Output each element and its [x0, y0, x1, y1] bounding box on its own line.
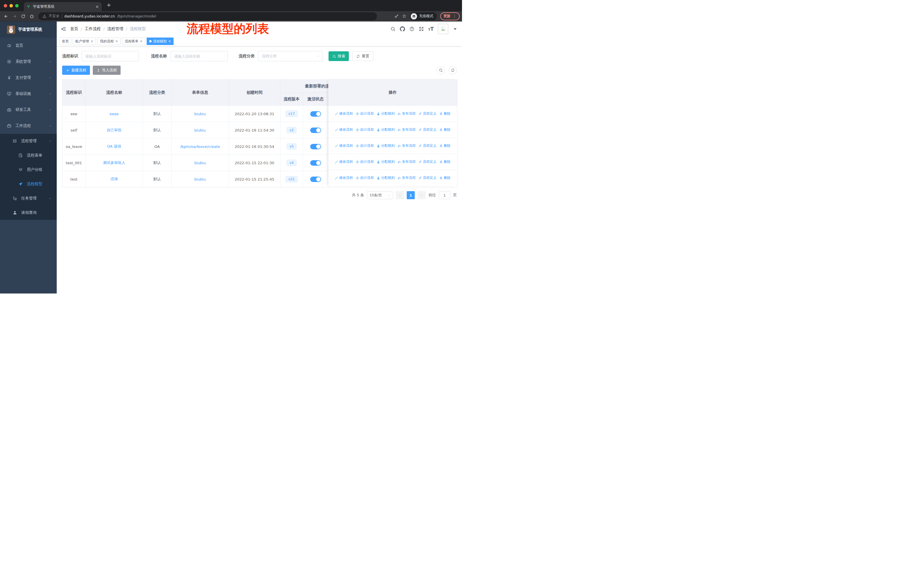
row-action-modify[interactable]: 修改流程: [335, 175, 353, 180]
row-action-design[interactable]: 设计流程: [356, 143, 374, 148]
header-search-icon[interactable]: [390, 26, 396, 31]
avatar[interactable]: [438, 24, 448, 34]
key-icon[interactable]: [394, 14, 399, 18]
tag-home[interactable]: 首页: [59, 38, 71, 45]
import-process-button[interactable]: 导入流程: [93, 66, 120, 75]
row-action-delete[interactable]: 删除: [439, 159, 450, 164]
row-action-modify[interactable]: 修改流程: [335, 159, 353, 164]
row-action-design[interactable]: 设计流程: [356, 159, 374, 164]
row-action-delete[interactable]: 删除: [439, 143, 450, 148]
form-link[interactable]: /bpm/oa/leave/create: [180, 144, 220, 149]
page-size-select[interactable]: 10条/页: [367, 191, 393, 199]
row-action-design[interactable]: 设计流程: [356, 111, 374, 116]
toggle-search-button[interactable]: [437, 66, 445, 74]
back-icon[interactable]: [2, 13, 10, 20]
process-name-link[interactable]: OA 请假: [107, 144, 121, 149]
form-link[interactable]: biubiu: [194, 112, 206, 116]
next-page-button[interactable]: [417, 191, 426, 199]
process-name-link[interactable]: 滔博: [111, 177, 118, 182]
row-action-delete[interactable]: 删除: [439, 127, 450, 132]
row-action-design[interactable]: 设计流程: [356, 175, 374, 180]
active-toggle[interactable]: [310, 111, 321, 117]
sidebar-item-leave-query[interactable]: 请假查询: [0, 205, 57, 220]
reset-button[interactable]: 重置: [352, 51, 373, 61]
breadcrumb-item[interactable]: 工作流程: [85, 26, 101, 31]
avatar-caret-down-icon[interactable]: [452, 26, 458, 31]
sidebar-item-payment[interactable]: 支付管理: [0, 69, 57, 86]
row-action-deploy[interactable]: 发布流程: [398, 127, 416, 132]
row-action-assign[interactable]: 分配规则: [377, 159, 395, 164]
row-action-deploy[interactable]: 发布流程: [398, 159, 416, 164]
row-action-delete[interactable]: 删除: [439, 111, 450, 116]
sidebar-item-user-group[interactable]: 用户分组: [0, 162, 57, 177]
active-toggle[interactable]: [310, 160, 321, 166]
sidebar-item-home[interactable]: 首页: [0, 38, 57, 54]
tag-tenant-mgmt[interactable]: 租户管理 ×: [73, 38, 96, 45]
form-link[interactable]: biubiu: [194, 161, 206, 165]
goto-page-input[interactable]: [439, 191, 450, 199]
row-action-delete[interactable]: 删除: [439, 175, 450, 180]
row-action-deploy[interactable]: 发布流程: [398, 175, 416, 180]
row-action-deploy[interactable]: 发布流程: [398, 143, 416, 148]
row-action-assign[interactable]: 分配规则: [377, 111, 395, 116]
home-icon[interactable]: [28, 13, 36, 20]
process-name-link[interactable]: eeee: [110, 112, 119, 116]
process-key-input[interactable]: [82, 51, 139, 61]
row-action-assign[interactable]: 分配规则: [377, 127, 395, 132]
row-action-deploy[interactable]: 发布流程: [398, 111, 416, 116]
row-action-assign[interactable]: 分配规则: [377, 175, 395, 180]
window-zoom-button[interactable]: [15, 4, 19, 7]
forward-icon[interactable]: [11, 13, 18, 20]
row-action-definition[interactable]: 流程定义: [419, 159, 437, 164]
form-link[interactable]: biubiu: [194, 177, 206, 182]
window-close-button[interactable]: [4, 4, 7, 7]
breadcrumb-item[interactable]: 流程管理: [107, 26, 123, 31]
row-action-design[interactable]: 设计流程: [356, 127, 374, 132]
chrome-update-button[interactable]: 更新: [440, 12, 460, 20]
sidebar-item-process-model[interactable]: 流程模型: [0, 177, 57, 191]
sidebar-item-infra[interactable]: 基础设施: [0, 86, 57, 102]
prev-page-button[interactable]: [396, 191, 404, 199]
tag-close-icon[interactable]: ×: [168, 40, 171, 43]
row-action-assign[interactable]: 分配规则: [377, 143, 395, 148]
address-bar[interactable]: 不安全 dashboard.yudao.iocoder.cn/bpm/manag…: [38, 12, 377, 20]
active-toggle[interactable]: [310, 144, 321, 149]
tag-close-icon[interactable]: ×: [140, 40, 143, 43]
font-size-icon[interactable]: TT: [428, 26, 434, 32]
sidebar-item-process-form[interactable]: 流程表单: [0, 148, 57, 162]
process-category-select[interactable]: 流程分类: [258, 51, 323, 61]
help-icon[interactable]: [409, 26, 414, 31]
reload-icon[interactable]: [20, 13, 27, 20]
tag-process-model[interactable]: 流程模型 ×: [147, 38, 173, 45]
row-action-modify[interactable]: 修改流程: [335, 143, 353, 148]
tag-close-icon[interactable]: ×: [91, 40, 93, 43]
active-toggle[interactable]: [310, 177, 321, 182]
current-page-button[interactable]: 1: [407, 191, 415, 199]
breadcrumb-item[interactable]: 首页: [70, 26, 78, 31]
sidebar-item-process-mgmt[interactable]: 流程管理: [0, 134, 57, 148]
sidebar-item-devtools[interactable]: 研发工具: [0, 102, 57, 118]
tag-close-icon[interactable]: ×: [115, 40, 118, 43]
sidebar-item-system[interactable]: 系统管理: [0, 54, 57, 69]
tag-my-process[interactable]: 我的流程 ×: [97, 38, 120, 45]
process-name-link[interactable]: 测试多审批人: [103, 160, 125, 165]
row-action-definition[interactable]: 流程定义: [419, 175, 437, 180]
create-process-button[interactable]: 新建流程: [62, 66, 90, 75]
sidebar-item-workflow[interactable]: 工作流程: [0, 118, 57, 134]
active-toggle[interactable]: [310, 127, 321, 133]
row-action-definition[interactable]: 流程定义: [419, 111, 437, 116]
refresh-table-button[interactable]: [449, 66, 457, 74]
tag-process-form[interactable]: 流程表单 ×: [122, 38, 145, 45]
sidebar-item-task-mgmt[interactable]: 任务管理: [0, 191, 57, 205]
search-button[interactable]: 搜索: [328, 51, 349, 61]
github-icon[interactable]: [400, 26, 405, 31]
process-name-link[interactable]: 自己审批: [107, 127, 122, 133]
row-action-definition[interactable]: 流程定义: [419, 143, 437, 148]
row-action-modify[interactable]: 修改流程: [335, 127, 353, 132]
row-action-definition[interactable]: 流程定义: [419, 127, 437, 132]
bookmark-star-icon[interactable]: [402, 14, 406, 18]
new-tab-button[interactable]: +: [107, 2, 111, 8]
process-name-input[interactable]: [170, 51, 228, 61]
window-minimize-button[interactable]: [10, 4, 13, 7]
sidebar-collapse-icon[interactable]: [61, 26, 66, 31]
